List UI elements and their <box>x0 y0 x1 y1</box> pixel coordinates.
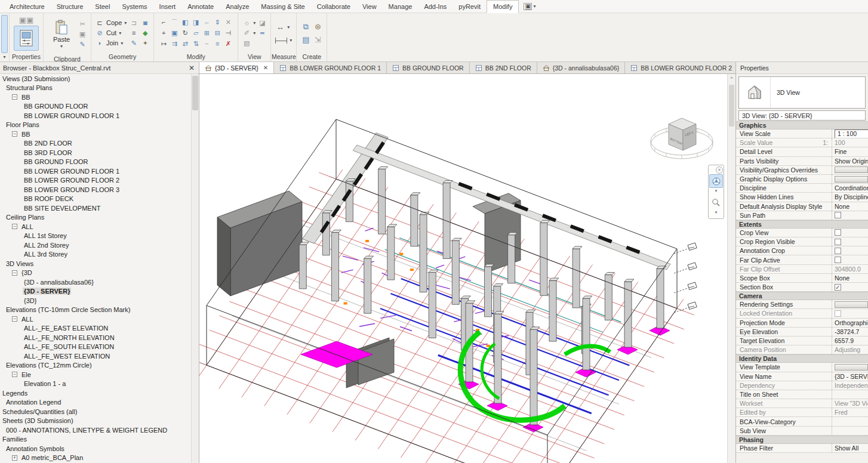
property-row[interactable]: Phase FilterShow All <box>736 444 868 453</box>
create-parts-icon[interactable]: ⇲ <box>313 35 322 44</box>
browser-tree-item[interactable]: Sheets (3D Submission) <box>0 416 191 426</box>
steering-wheel-button[interactable] <box>709 174 723 188</box>
property-checkbox[interactable] <box>835 229 841 236</box>
property-value[interactable]: None <box>832 274 868 282</box>
property-row[interactable]: WorksetView "3D Vie <box>736 399 868 408</box>
pin-icon[interactable]: ⇅ <box>192 39 200 48</box>
property-row[interactable]: Default Analysis Display StyleNone <box>736 202 868 211</box>
property-value[interactable]: None <box>832 202 868 211</box>
group-icon[interactable]: ⊟ <box>213 29 221 37</box>
browser-tree-item[interactable]: −Ele <box>0 370 191 379</box>
browser-tree-item[interactable]: 3D Views <box>0 259 191 268</box>
navbar-close-icon[interactable]: ✕ <box>716 166 723 174</box>
apply-coping-icon[interactable]: ⊐ <box>130 18 138 27</box>
close-icon[interactable]: ✕ <box>187 64 196 72</box>
property-row[interactable]: Title on Sheet <box>736 390 868 399</box>
property-value[interactable]: 304800.0 <box>832 265 868 273</box>
browser-tree-item[interactable]: BB ROOF DECK <box>0 195 191 204</box>
browser-tree-item[interactable]: ALL-_FE_NORTH ELEVATION <box>0 333 191 342</box>
property-value[interactable]: ✓ <box>832 283 868 291</box>
property-value[interactable] <box>832 417 868 425</box>
browser-tree-item[interactable]: BB 2ND FLOOR <box>0 139 191 149</box>
browser-tree-item[interactable]: Schedules/Quantities (all) <box>0 407 191 416</box>
property-row[interactable]: Sub View <box>736 427 868 436</box>
property-value[interactable]: 1 : 100 <box>832 129 868 138</box>
property-section-identity-data[interactable]: Identity Data <box>736 354 868 363</box>
project-browser-header[interactable]: Browser - Blackbox Struc_Central.rvt ✕ <box>0 62 199 74</box>
copy-icon[interactable]: ▣ <box>170 29 178 37</box>
browser-tree-item[interactable]: ALL-_FE_EAST ELEVATION <box>0 324 191 334</box>
linework-icon[interactable]: ≖ <box>258 29 266 37</box>
move-vertical-icon[interactable]: ⇕ <box>213 18 221 26</box>
property-value[interactable] <box>832 300 868 308</box>
scale-icon[interactable]: ▱ <box>192 29 200 37</box>
cut-geometry-icon[interactable]: ⊘ <box>96 29 104 37</box>
canvas-scrollbar[interactable]: ⌃ <box>727 74 735 463</box>
browser-tree-item[interactable]: −BB <box>0 129 191 139</box>
property-row[interactable]: BCA-View-Category <box>736 417 868 426</box>
property-checkbox[interactable] <box>835 248 841 254</box>
property-value[interactable]: -38724.7 <box>832 328 868 336</box>
view-tab--3d-annalisabulasa06-[interactable]: {3D - annalisabulasa06} <box>537 62 626 73</box>
property-value[interactable]: Fine <box>832 147 868 156</box>
browser-tree-item[interactable]: BB 3RD FLOOR <box>0 148 191 158</box>
3d-view-canvas[interactable]: LEFTBOTTOM ✕ ▾ ▾ <box>199 74 727 463</box>
property-value[interactable]: 100 <box>832 138 868 147</box>
property-value[interactable]: Fred <box>832 408 868 416</box>
property-row[interactable]: Annotation Crop <box>736 246 868 255</box>
property-row[interactable]: Far Clip Offset304800.0 <box>736 265 868 274</box>
property-row[interactable]: Scale Value1:100 <box>736 138 868 147</box>
ribbon-tab-add-ins[interactable]: Add-Ins <box>418 0 453 13</box>
ribbon-tab-view[interactable]: View <box>356 0 383 13</box>
property-row[interactable]: Locked Orientation <box>736 309 868 318</box>
browser-tree-item[interactable]: BB LOWER GROUND FLOOR 3 <box>0 185 191 195</box>
browser-tree-item[interactable]: −ALL <box>0 314 191 324</box>
match-type-icon[interactable]: ✎ <box>78 40 87 48</box>
view-tab-bb-2nd-floor[interactable]: BB 2ND FLOOR <box>470 62 537 73</box>
property-row[interactable]: DependencyIndependent <box>736 381 868 390</box>
mirror-draw-axis-icon[interactable]: ◨ <box>192 18 200 26</box>
browser-tree-item[interactable]: ALL 3rd Storey <box>0 250 191 260</box>
browser-tree-item[interactable]: {3D - SERVER} <box>0 287 191 297</box>
ribbon-tab-systems[interactable]: Systems <box>116 0 153 13</box>
browser-tree-item[interactable]: Structural Plans <box>0 84 191 93</box>
expand-icon[interactable]: + <box>12 455 17 461</box>
property-row[interactable]: Section Box✓ <box>736 283 868 292</box>
move-icon[interactable]: + <box>159 29 168 37</box>
browser-tree-item[interactable]: BB LOWER GROUND FLOOR 2 <box>0 176 191 186</box>
property-row[interactable]: Far Clip Active <box>736 255 868 264</box>
property-value[interactable] <box>832 229 868 237</box>
browser-tree-item[interactable]: ALL-_FE_SOUTH ELEVATION <box>0 342 191 352</box>
browser-tree-item[interactable]: ALL 2nd Storey <box>0 240 191 250</box>
browser-tree-item[interactable]: −{3D <box>0 268 191 278</box>
property-value[interactable] <box>832 363 868 371</box>
zoom-tool-button[interactable] <box>709 196 723 209</box>
extend-icon[interactable]: ↦ <box>159 39 168 48</box>
ribbon-tab-architecture[interactable]: Architecture <box>4 0 51 13</box>
property-value[interactable]: Adjusting <box>832 345 868 354</box>
property-edit-button[interactable] <box>835 166 868 173</box>
property-row[interactable]: Sun Path <box>736 211 868 220</box>
ribbon-tab-massing-site[interactable]: Massing & Site <box>255 0 310 13</box>
properties-button[interactable] <box>14 26 39 51</box>
aligned-dimension-icon[interactable] <box>275 38 287 44</box>
browser-scroll-thumb[interactable] <box>192 76 198 110</box>
browser-tree-item[interactable]: {3D - annalisabulasa06} <box>0 277 191 287</box>
join-geometry-icon[interactable]: ◗ <box>96 39 104 47</box>
property-row[interactable]: Projection ModeOrthographic <box>736 319 868 328</box>
browser-tree-item[interactable]: ALL-_FE_WEST ELEVATION <box>0 351 191 361</box>
property-checkbox[interactable] <box>835 310 841 317</box>
property-value[interactable]: Show All <box>832 444 868 452</box>
browser-tree-item[interactable]: Ceiling Plans <box>0 213 191 223</box>
steering-wheel-options-caret[interactable]: ▾ <box>715 189 718 193</box>
paint-icon[interactable]: ◙ <box>141 18 149 27</box>
browser-tree-item[interactable]: Families <box>0 435 191 445</box>
swap-icon[interactable]: ⇄ <box>181 39 189 48</box>
property-edit-button[interactable] <box>835 301 868 308</box>
property-value[interactable] <box>832 211 868 220</box>
create-group-icon[interactable]: ⧉ <box>301 21 310 31</box>
ribbon-tab-modify[interactable]: Modify <box>487 0 519 13</box>
create-similar-icon[interactable]: ⊛ <box>313 21 322 31</box>
property-value[interactable]: {3D - SERVER} <box>832 372 868 381</box>
join-label[interactable]: Join <box>106 39 118 47</box>
